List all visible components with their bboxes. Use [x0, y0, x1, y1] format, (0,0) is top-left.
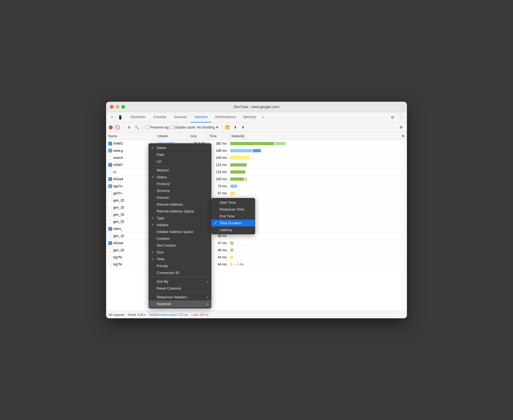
filter-icon[interactable]: ⊘: [126, 124, 132, 130]
preserve-log-input[interactable]: [145, 126, 149, 129]
cm-item-initiator-address-space[interactable]: Initiator Address Space: [148, 228, 211, 235]
tab-console[interactable]: Console: [149, 112, 170, 122]
window-title: DevTools - www.google.com/: [234, 105, 279, 109]
device-icon[interactable]: 📱: [116, 114, 124, 121]
content-area: Name Initiator Size Time Waterfall ▼: [106, 132, 407, 318]
waterfall-submenu: Start Time Response Time End Time Total …: [211, 198, 255, 234]
search-icon[interactable]: 🔍: [134, 124, 140, 130]
more-options-icon[interactable]: ⋮: [398, 114, 405, 121]
record-button[interactable]: [109, 126, 113, 129]
tab-performance[interactable]: Performance: [211, 112, 239, 122]
tab-sources[interactable]: Sources: [170, 112, 191, 122]
tab-icon-group: ⌖ 📱: [108, 114, 124, 121]
toolbar-divider-2: [142, 125, 143, 130]
cm-item-status[interactable]: Status: [148, 174, 211, 180]
upload-icon[interactable]: ⬆: [232, 124, 238, 130]
clear-button[interactable]: 🚫: [114, 124, 120, 130]
cm-item-type[interactable]: Type: [148, 215, 211, 221]
cm-item-cookies[interactable]: Cookies: [148, 235, 211, 242]
sm-item-end-time[interactable]: End Time: [211, 213, 255, 220]
cm-item-response-headers[interactable]: Response Headers: [148, 294, 211, 301]
cm-item-priority[interactable]: Priority: [148, 262, 211, 269]
cm-item-method[interactable]: Method: [148, 167, 211, 174]
settings-icon[interactable]: ⚙: [389, 114, 396, 121]
sm-item-latency[interactable]: Latency: [211, 226, 255, 233]
tabs-bar: ⌖ 📱 Elements Console Sources Network Per…: [106, 112, 407, 122]
cm-item-url[interactable]: Url: [148, 158, 211, 165]
titlebar: DevTools - www.google.com/: [106, 102, 407, 112]
cm-item-path[interactable]: Path: [148, 151, 211, 158]
cm-item-connection-id[interactable]: Connection ID: [148, 269, 211, 276]
cm-item-scheme[interactable]: Scheme: [148, 187, 211, 194]
tab-network[interactable]: Network: [191, 112, 212, 122]
preserve-log-checkbox[interactable]: Preserve log: [145, 126, 168, 129]
download-icon[interactable]: ⬇: [240, 124, 246, 130]
sm-item-start-time[interactable]: Start Time: [211, 199, 255, 206]
tabs-right-controls: ⚙ ⋮: [389, 114, 405, 121]
sm-item-response-time[interactable]: Response Time: [211, 206, 255, 213]
maximize-button[interactable]: [121, 105, 125, 109]
cm-separator-1: [148, 166, 211, 166]
cm-separator-3: [148, 293, 211, 293]
cm-item-sort-by[interactable]: Sort By: [148, 278, 211, 285]
context-menu: Name Path Url Method Status Protocol: [148, 143, 211, 308]
disable-cache-input[interactable]: [170, 126, 174, 129]
tab-memory[interactable]: Memory: [240, 112, 260, 122]
cm-item-initiator[interactable]: Initiator: [148, 221, 211, 228]
tab-elements[interactable]: Elements: [127, 112, 149, 122]
settings2-icon[interactable]: ⚙: [398, 124, 404, 130]
toolbar-divider-1: [123, 125, 123, 130]
minimize-button[interactable]: [116, 105, 119, 109]
cm-item-waterfall[interactable]: Waterfall: [148, 301, 211, 307]
traffic-lights: [110, 105, 125, 109]
cm-item-set-cookies[interactable]: Set Cookies: [148, 242, 211, 249]
wifi-icon[interactable]: 📶: [225, 124, 231, 130]
cm-separator-2: [148, 277, 211, 277]
tab-more[interactable]: »: [260, 114, 266, 120]
cm-item-remote-address-space[interactable]: Remote Address Space: [148, 208, 211, 215]
cm-item-domain[interactable]: Domain: [148, 194, 211, 201]
cm-item-name[interactable]: Name: [148, 144, 211, 151]
sm-item-total-duration[interactable]: Total Duration: [211, 220, 255, 226]
throttle-chevron-icon: ▼: [215, 126, 219, 129]
cm-item-time[interactable]: Time: [148, 256, 211, 262]
cursor-icon[interactable]: ⌖: [108, 114, 115, 121]
cm-item-remote-address[interactable]: Remote Address: [148, 201, 211, 208]
toolbar-divider-3: [221, 125, 222, 130]
close-button[interactable]: [110, 105, 113, 109]
cm-item-size[interactable]: Size: [148, 249, 211, 256]
network-toolbar: 🚫 ⊘ 🔍 Preserve log Disable cache No thro…: [106, 122, 407, 132]
devtools-window: DevTools - www.google.com/ ⌖ 📱 Elements …: [106, 102, 407, 318]
disable-cache-checkbox[interactable]: Disable cache: [170, 126, 195, 129]
cm-item-protocol[interactable]: Protocol: [148, 180, 211, 187]
cm-item-reset-columns[interactable]: Reset Columns: [148, 285, 211, 292]
throttle-select[interactable]: No throttling ▼: [197, 126, 219, 129]
context-menu-overlay[interactable]: Name Path Url Method Status Protocol: [106, 132, 407, 318]
